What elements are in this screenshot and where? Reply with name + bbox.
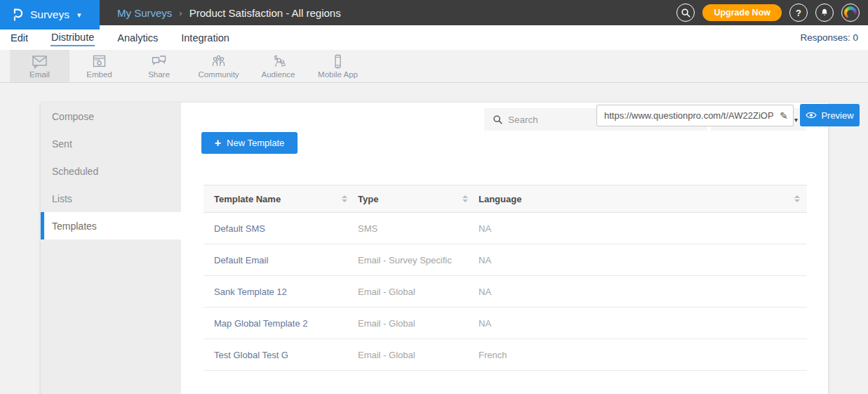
col-template-name: Template Name <box>214 194 281 204</box>
global-search-button[interactable] <box>676 4 695 22</box>
embed-icon <box>91 54 108 70</box>
upgrade-now-button[interactable]: Upgrade Now <box>702 4 782 21</box>
account-menu-button[interactable] <box>841 4 860 22</box>
templates-table: Template Name Type Language Default SMS … <box>203 185 807 371</box>
channel-community[interactable]: Community <box>189 50 248 82</box>
top-bar: My Surveys › Product Satisfaction - All … <box>0 0 868 25</box>
eye-icon <box>806 111 817 119</box>
template-name-link[interactable]: Map Global Template 2 <box>214 318 307 329</box>
templates-main: All ▾ + New Template Template Name Type <box>181 103 828 394</box>
preview-label: Preview <box>821 110 853 121</box>
survey-url-box: ✎ <box>596 105 794 126</box>
search-icon <box>493 114 502 124</box>
template-type: Email - Global <box>358 350 415 360</box>
audience-icon: $ <box>269 54 287 70</box>
template-language: NA <box>479 255 491 265</box>
template-language: NA <box>479 287 491 297</box>
sidebar-item-sent[interactable]: Sent <box>41 130 181 157</box>
survey-tabs: Edit Distribute Analytics Integration Re… <box>0 25 868 50</box>
channel-label: Email <box>29 70 50 79</box>
sort-icon[interactable] <box>342 195 347 202</box>
col-type: Type <box>358 194 378 204</box>
table-row: Map Global Template 2 Email - Global NA <box>203 308 807 339</box>
help-button[interactable]: ? <box>789 4 808 22</box>
tab-integration[interactable]: Integration <box>180 29 230 46</box>
preview-button[interactable]: Preview <box>800 104 860 126</box>
community-icon <box>210 54 227 70</box>
search-icon <box>681 8 690 18</box>
breadcrumb-separator: › <box>179 8 182 18</box>
email-sidebar: Compose Sent Scheduled Lists Templates <box>41 103 181 394</box>
table-row: Default SMS SMS NA <box>203 213 807 244</box>
template-name-link[interactable]: Default Email <box>214 255 268 265</box>
avatar <box>844 6 857 19</box>
channel-email[interactable]: Email <box>10 50 69 82</box>
questionpro-logo-icon <box>11 7 24 22</box>
template-type: SMS <box>358 223 378 234</box>
distribute-toolbar: Email Embed <box>0 50 868 83</box>
channel-label: Community <box>198 70 239 79</box>
channel-audience[interactable]: $ Audience <box>248 50 308 82</box>
channel-mobile-app[interactable]: Mobile App <box>308 50 368 82</box>
mobile-app-icon <box>329 54 347 70</box>
email-icon <box>31 54 48 70</box>
template-type: Email - Survey Specific <box>358 255 452 265</box>
question-mark-icon: ? <box>796 8 801 18</box>
product-switcher[interactable]: Surveys ▾ <box>0 0 100 29</box>
tab-edit[interactable]: Edit <box>10 29 29 46</box>
channel-share[interactable]: Share <box>129 50 189 82</box>
plus-icon: + <box>215 138 221 149</box>
new-template-button[interactable]: + New Template <box>201 132 298 154</box>
sidebar-item-lists[interactable]: Lists <box>41 185 181 212</box>
sidebar-item-compose[interactable]: Compose <box>41 103 181 130</box>
responses-count[interactable]: Responses: 0 <box>800 25 858 50</box>
chevron-down-icon: ▾ <box>77 11 81 20</box>
template-name-link[interactable]: Test Global Test G <box>214 350 288 360</box>
template-name-link[interactable]: Sank Template 12 <box>214 287 287 297</box>
app-screen: My Surveys › Product Satisfaction - All … <box>0 0 868 394</box>
table-row: Sank Template 12 Email - Global NA <box>203 276 807 308</box>
template-language: NA <box>479 223 491 234</box>
chevron-down-icon: ▾ <box>794 116 798 124</box>
survey-url-input[interactable] <box>597 110 775 121</box>
template-name-link[interactable]: Default SMS <box>214 223 265 234</box>
sort-icon[interactable] <box>794 195 800 202</box>
table-row: Test Global Test G Email - Global French <box>203 339 807 371</box>
template-type: Email - Global <box>358 318 415 329</box>
table-header-row: Template Name Type Language <box>203 185 807 213</box>
col-language: Language <box>479 194 521 204</box>
bell-icon <box>820 8 829 18</box>
tab-analytics[interactable]: Analytics <box>116 29 159 46</box>
sidebar-item-scheduled[interactable]: Scheduled <box>41 157 181 185</box>
new-template-label: New Template <box>227 138 284 148</box>
channel-label: Embed <box>86 70 112 79</box>
topbar-actions: Upgrade Now ? <box>676 0 860 25</box>
page-title: Product Satisfaction - All regions <box>189 7 341 19</box>
channel-embed[interactable]: Embed <box>69 50 129 82</box>
template-language: French <box>479 350 507 360</box>
channel-list: Email Embed <box>10 50 368 82</box>
edit-url-pencil-icon[interactable]: ✎ <box>775 110 793 122</box>
product-name: Surveys <box>30 8 69 21</box>
breadcrumb: My Surveys › Product Satisfaction - All … <box>117 0 341 25</box>
template-type: Email - Global <box>358 287 415 297</box>
share-icon <box>150 54 168 70</box>
channel-label: Audience <box>262 70 295 79</box>
email-panel-card: Compose Sent Scheduled Lists Templates A… <box>41 103 828 394</box>
breadcrumb-my-surveys[interactable]: My Surveys <box>117 7 172 19</box>
tab-distribute[interactable]: Distribute <box>51 29 95 46</box>
sort-icon[interactable] <box>462 195 468 202</box>
table-row: Default Email Email - Survey Specific NA <box>203 244 807 276</box>
channel-label: Mobile App <box>318 70 358 79</box>
channel-label: Share <box>148 70 170 79</box>
notifications-button[interactable] <box>815 4 834 22</box>
template-language: NA <box>479 318 491 329</box>
sidebar-item-templates[interactable]: Templates <box>41 212 181 239</box>
